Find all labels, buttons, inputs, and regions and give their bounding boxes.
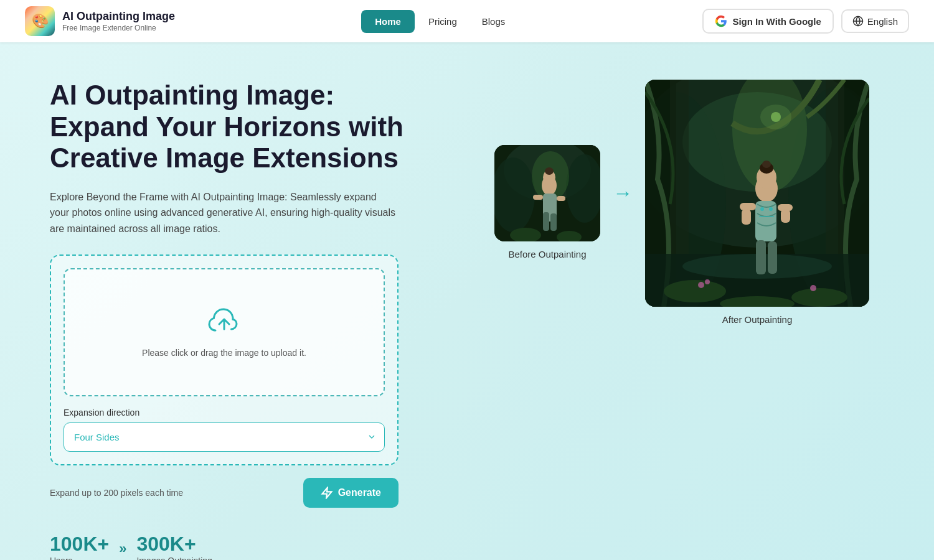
site-title: AI Outpainting Image (62, 10, 175, 24)
right-column: Before Outpainting → (479, 80, 884, 325)
stat-images-number: 300K+ (136, 533, 212, 556)
svg-point-31 (664, 280, 726, 302)
svg-rect-11 (533, 195, 543, 200)
stat-users: 100K+ Users (50, 533, 109, 560)
hero-title: AI Outpainting Image: Expand Your Horizo… (50, 80, 455, 174)
arrow-right-icon: → (613, 182, 633, 205)
generate-label: Generate (338, 487, 381, 498)
header: 🎨 AI Outpainting Image Free Image Extend… (0, 0, 934, 42)
svg-point-47 (762, 161, 771, 168)
expansion-direction-select[interactable]: Four Sides (64, 422, 385, 452)
svg-marker-1 (322, 487, 331, 498)
translate-icon (852, 16, 864, 27)
svg-point-34 (698, 282, 704, 288)
generate-button[interactable]: Generate (303, 478, 399, 508)
expansion-label: Expansion direction (64, 408, 385, 418)
header-right: Sign In With Google English (702, 9, 909, 34)
upload-prompt: Please click or drag the image to upload… (142, 348, 306, 358)
generate-icon (321, 487, 333, 499)
expansion-section: Expansion direction Four Sides (64, 408, 385, 452)
logo-icon: 🎨 (25, 6, 55, 36)
svg-rect-9 (543, 212, 549, 231)
stat-images-label: Images Outpainting (136, 556, 212, 560)
stat-images: 300K+ Images Outpainting (136, 533, 212, 560)
main-nav: Home Pricing Blogs (361, 10, 516, 33)
stat-users-label: Users (50, 556, 109, 560)
hero-subtitle: Explore Beyond the Frame with AI Outpain… (50, 189, 399, 237)
svg-rect-42 (742, 209, 751, 225)
hero-title-line3: Creative Image Extensions (50, 142, 399, 173)
svg-point-49 (769, 207, 773, 211)
svg-point-14 (545, 167, 554, 175)
after-section: After Outpainting (645, 80, 869, 325)
main-content: AI Outpainting Image: Expand Your Horizo… (25, 42, 909, 560)
language-button[interactable]: English (841, 9, 909, 33)
before-section: Before Outpainting (494, 145, 600, 259)
before-image-svg (494, 145, 600, 241)
nav-home-button[interactable]: Home (361, 10, 415, 33)
svg-rect-44 (781, 209, 790, 223)
svg-point-36 (810, 285, 816, 291)
nav-blogs-button[interactable]: Blogs (471, 10, 517, 33)
site-subtitle: Free Image Extender Online (62, 24, 175, 32)
stat-users-number: 100K+ (50, 533, 109, 556)
svg-rect-12 (557, 196, 565, 201)
before-after-row: Before Outpainting → (479, 80, 884, 325)
upload-container: Please click or drag the image to upload… (50, 254, 399, 465)
google-icon (715, 15, 727, 27)
stats-row: 100K+ Users » 300K+ Images Outpainting (50, 533, 455, 560)
svg-point-48 (760, 207, 764, 211)
svg-rect-40 (768, 241, 777, 274)
logo-text: AI Outpainting Image Free Image Extender… (62, 10, 175, 32)
upload-cloud-icon (207, 307, 242, 339)
logo-area: 🎨 AI Outpainting Image Free Image Extend… (25, 6, 175, 36)
svg-point-32 (791, 288, 847, 307)
hero-title-line1: AI Outpainting Image: (50, 80, 334, 110)
after-image-svg (645, 80, 869, 307)
hero-title-line2: Expand Your Horizons with (50, 111, 403, 142)
before-image-content (494, 145, 600, 241)
svg-point-28 (760, 105, 791, 129)
after-image (645, 80, 869, 307)
after-caption: After Outpainting (722, 314, 793, 325)
svg-rect-39 (756, 240, 766, 274)
chevron-double-icon: » (119, 541, 126, 557)
svg-rect-10 (550, 213, 557, 231)
svg-point-35 (705, 279, 710, 284)
images-container: Before Outpainting → (479, 80, 884, 325)
left-column: AI Outpainting Image: Expand Your Horizo… (50, 80, 455, 560)
nav-pricing-button[interactable]: Pricing (417, 10, 468, 33)
language-label: English (867, 16, 898, 27)
before-image (494, 145, 600, 241)
bottom-bar: Expand up to 200 pixels each time Genera… (50, 478, 399, 508)
expand-note: Expand up to 200 pixels each time (50, 488, 183, 498)
sign-in-google-button[interactable]: Sign In With Google (702, 9, 833, 34)
sign-in-label: Sign In With Google (732, 16, 821, 27)
before-caption: Before Outpainting (508, 249, 586, 259)
upload-area[interactable]: Please click or drag the image to upload… (64, 268, 385, 396)
